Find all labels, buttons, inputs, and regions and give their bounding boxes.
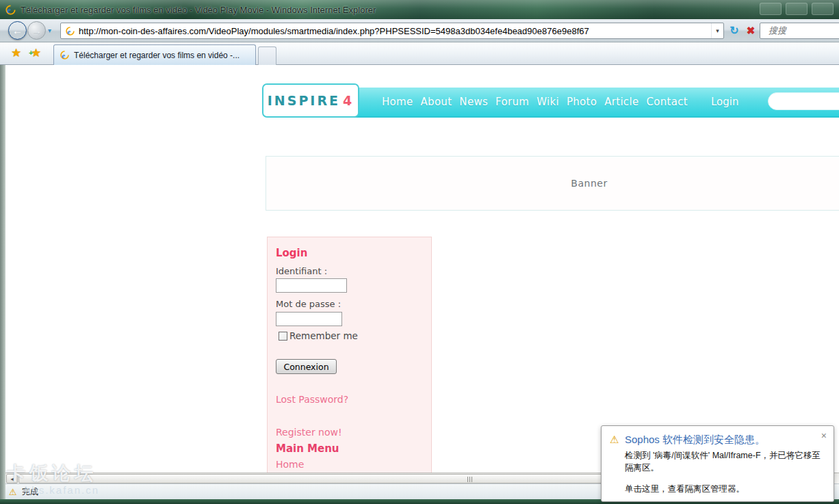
nav-link-article[interactable]: Article (604, 96, 638, 108)
nav-link-news[interactable]: News (459, 96, 488, 108)
forward-button[interactable]: → (27, 21, 46, 40)
site-nav: HomeAboutNewsForumWikiPhotoArticleContac… (382, 88, 688, 116)
address-bar-row: ← → ▾ e http://mon-coin-des-affaires.com… (0, 19, 839, 42)
connexion-button[interactable]: Connexion (276, 359, 337, 374)
alert-body: 检测到 '病毒/间谍软件' Mal/Iframe-F，并已将它移至隔离区。 (625, 449, 826, 474)
tab-title: Télécharger et regarder vos films en vid… (74, 51, 240, 60)
search-input[interactable]: 搜搜 (760, 23, 839, 39)
site-nav-bar: HomeAboutNewsForumWikiPhotoArticleContac… (311, 88, 839, 118)
maximize-button[interactable] (786, 3, 808, 15)
menu-home-link[interactable]: Home (276, 459, 304, 470)
banner-placeholder: Banner (266, 156, 839, 211)
tab-active[interactable]: e Télécharger et regarder vos films en v… (53, 44, 256, 65)
nav-link-contact[interactable]: Contact (646, 96, 687, 108)
nav-link-photo[interactable]: Photo (567, 96, 597, 108)
nav-link-about[interactable]: About (421, 96, 452, 108)
tab-favicon-icon: e (60, 50, 70, 60)
site-search-input[interactable] (768, 92, 839, 110)
recent-pages-dropdown[interactable]: ▾ (48, 27, 51, 34)
remember-me-label: Remember me (289, 330, 358, 341)
status-text: 完成 (22, 486, 38, 498)
svg-text:e: e (62, 51, 65, 59)
back-arrow-icon: ← (12, 25, 23, 36)
main-menu-title: Main Menu (276, 442, 339, 455)
page-favicon-icon: e (65, 26, 75, 36)
alert-title: Sophos 软件检测到安全隐患。 (625, 434, 765, 447)
svg-text:e: e (8, 5, 12, 15)
nav-link-wiki[interactable]: Wiki (537, 96, 559, 108)
nav-link-forum[interactable]: Forum (495, 96, 529, 108)
site-logo[interactable]: INSPIRE4 (262, 83, 359, 118)
minimize-button[interactable] (760, 3, 782, 15)
register-link[interactable]: Register now! (276, 427, 342, 438)
add-favorite-icon[interactable]: ★+ (31, 46, 41, 60)
page-error-warning-icon[interactable]: ⚠ (9, 487, 17, 497)
sophos-alert-popup: ⚠ Sophos 软件检测到安全隐患。 × 检测到 '病毒/间谍软件' Mal/… (601, 425, 834, 502)
stop-button[interactable]: ✖ (743, 23, 758, 38)
remember-me-row: Remember me (279, 330, 358, 341)
search-placeholder: 搜搜 (769, 25, 786, 37)
close-button[interactable] (812, 3, 834, 15)
window-frame-left (0, 65, 5, 500)
lost-password-link[interactable]: Lost Password? (276, 394, 348, 405)
password-label: Mot de passe : (276, 299, 341, 309)
new-tab-button[interactable] (258, 47, 276, 65)
alert-close-icon[interactable]: × (821, 430, 827, 441)
login-panel-title: Login (276, 247, 307, 259)
remember-me-checkbox[interactable] (279, 332, 287, 341)
nav-login-link[interactable]: Login (711, 88, 738, 116)
banner-label: Banner (571, 178, 607, 189)
add-plus-glyph: + (29, 49, 33, 57)
refresh-button[interactable]: ↻ (727, 23, 742, 38)
scroll-left-button[interactable]: ◄ (6, 474, 18, 483)
address-input[interactable]: e http://mon-coin-des-affaires.com/Video… (60, 23, 724, 39)
forward-arrow-icon: → (31, 25, 42, 36)
window-controls (760, 3, 834, 15)
thumb-grip (467, 477, 472, 482)
title-bar: e Télécharger et regarder vos films en v… (0, 0, 839, 19)
login-panel: Login Identifiant : Mot de passe : Remem… (267, 237, 432, 473)
username-label: Identifiant : (276, 266, 327, 276)
ie-logo-icon: e (5, 4, 16, 16)
favorites-center-icon[interactable]: ★ (11, 46, 21, 60)
alert-action-link[interactable]: 单击这里，查看隔离区管理器。 (625, 483, 745, 495)
username-field[interactable] (276, 278, 347, 293)
tab-bar: ★ ★+ e Télécharger et regarder vos films… (0, 42, 839, 65)
svg-text:e: e (67, 27, 70, 35)
password-field[interactable] (276, 312, 342, 326)
browser-window: e Télécharger et regarder vos films en v… (0, 0, 839, 504)
back-button[interactable]: ← (8, 21, 27, 40)
url-text: http://mon-coin-des-affaires.com/VideoPl… (79, 26, 711, 36)
window-title: Télécharger et regarder vos films en vid… (21, 5, 376, 15)
nav-link-home[interactable]: Home (382, 96, 413, 108)
logo-word: INSPIRE (268, 93, 340, 108)
alert-warning-icon: ⚠ (610, 434, 619, 446)
logo-text: INSPIRE4 (268, 93, 354, 108)
address-dropdown-icon[interactable]: ▾ (711, 23, 723, 38)
logo-number: 4 (343, 93, 354, 108)
page-viewport: HomeAboutNewsForumWikiPhotoArticleContac… (5, 65, 839, 473)
